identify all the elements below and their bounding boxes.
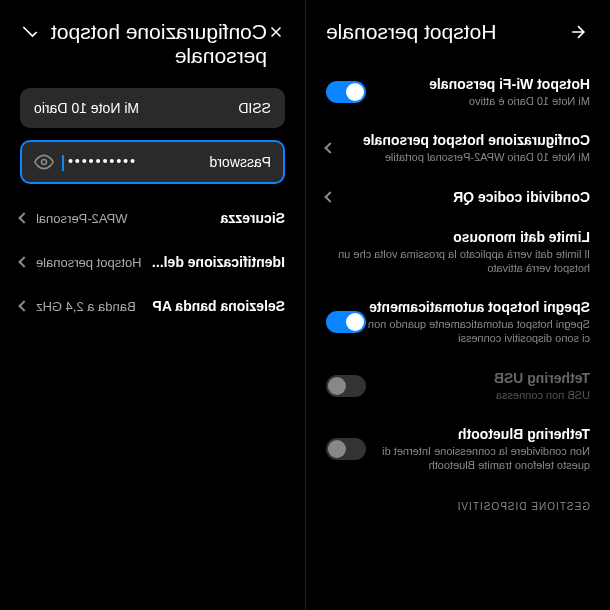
wifi-hotspot-toggle[interactable] (326, 81, 366, 103)
usb-sub: USB non connessa (366, 388, 590, 402)
data-limit-title: Limite dati monouso (326, 229, 590, 245)
auto-off-toggle[interactable] (326, 311, 366, 333)
wifi-hotspot-row[interactable]: Hotspot Wi-Fi personale Mi Note 10 Dario… (326, 64, 590, 120)
password-value: •••••••••• (62, 153, 186, 170)
confirm-check-icon[interactable] (20, 20, 40, 44)
ssid-field[interactable]: SSID Mi Note 10 Dario (20, 88, 285, 128)
section-label: GESTIONE DISPOSITIVI (326, 501, 590, 512)
identification-row[interactable]: Identificazione del... Hotspot personale (20, 240, 285, 284)
close-icon[interactable] (267, 20, 285, 44)
eye-icon[interactable] (34, 152, 54, 172)
qr-row[interactable]: Condividi codice QR (326, 177, 590, 217)
auto-off-sub: Spegni hotspot automaticamente quando no… (366, 317, 590, 346)
bt-sub: Non condividere la connessione Internet … (366, 444, 590, 473)
data-limit-row[interactable]: Limite dati monouso Il limite dati verrà… (326, 217, 590, 288)
usb-toggle (326, 375, 366, 397)
bt-toggle[interactable] (326, 438, 366, 460)
back-arrow-icon[interactable] (566, 20, 590, 44)
config-hotspot-sub: Mi Note 10 Dario WPA2-Personal portatile (334, 150, 590, 164)
band-label: Seleziona banda AP (152, 298, 285, 314)
security-row[interactable]: Sicurezza WPA2-Personal (20, 196, 285, 240)
auto-off-title: Spegni hotspot automaticamente (366, 299, 590, 315)
svg-point-0 (42, 160, 47, 165)
page-title: Hotspot personale (326, 20, 496, 44)
config-hotspot-row[interactable]: Configurazione hotspot personale Mi Note… (326, 120, 590, 176)
security-label: Sicurezza (220, 210, 285, 226)
security-value: WPA2-Personal (36, 211, 128, 226)
password-label: Password (186, 154, 271, 170)
auto-off-row[interactable]: Spegni hotspot automaticamente Spegni ho… (326, 287, 590, 358)
config-hotspot-title: Configurazione hotspot personale (334, 132, 590, 148)
data-limit-sub: Il limite dati verrà applicato la prossi… (326, 247, 590, 276)
chevron-right-icon (18, 212, 29, 223)
chevron-right-icon (18, 256, 29, 267)
usb-tethering-row: Tethering USB USB non connessa (326, 358, 590, 414)
identification-value: Hotspot personale (36, 255, 142, 270)
band-row[interactable]: Seleziona banda AP Banda a 2,4 GHz (20, 284, 285, 328)
password-field[interactable]: Password •••••••••• (20, 140, 285, 184)
usb-title: Tethering USB (366, 370, 590, 386)
bt-tethering-row[interactable]: Tethering Bluetooth Non condividere la c… (326, 414, 590, 485)
ssid-label: SSID (186, 100, 271, 116)
ssid-value: Mi Note 10 Dario (34, 100, 186, 116)
chevron-right-icon (18, 300, 29, 311)
qr-title: Condividi codice QR (334, 189, 590, 205)
wifi-hotspot-sub: Mi Note 10 Dario è attivo (366, 94, 590, 108)
page-title: Configurazione hotspot personale (40, 20, 267, 68)
band-value: Banda a 2,4 GHz (36, 299, 136, 314)
bt-title: Tethering Bluetooth (366, 426, 590, 442)
wifi-hotspot-title: Hotspot Wi-Fi personale (366, 76, 590, 92)
identification-label: Identificazione del... (152, 254, 285, 270)
